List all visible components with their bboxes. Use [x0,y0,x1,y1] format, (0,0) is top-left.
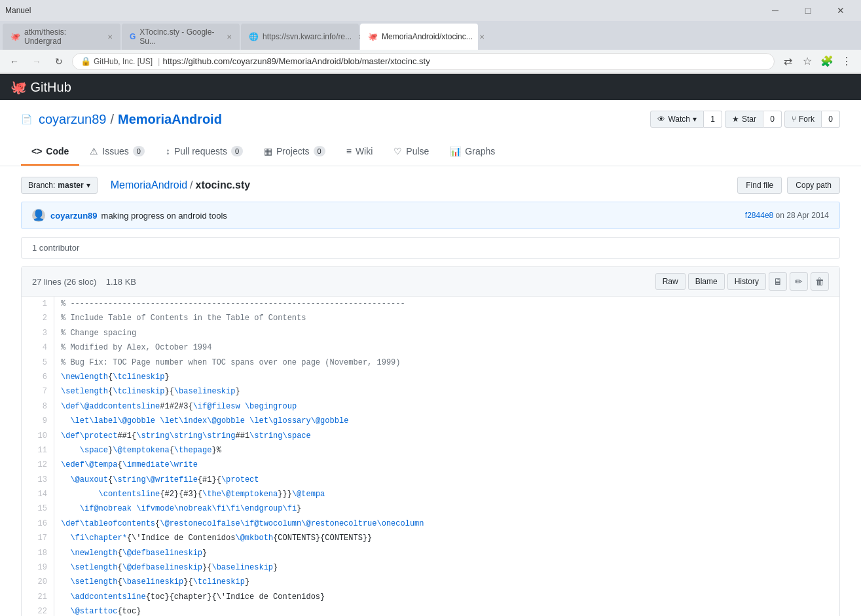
line-content: \def\@addcontentsline#1#2#3{\if@filesw \… [54,399,303,414]
line-number: 16 [22,516,54,531]
wiki-icon: ≡ [346,146,352,156]
repo-name[interactable]: MemoriaAndroid [118,112,222,127]
pr-icon: ↕ [166,146,170,156]
code-header: 27 lines (26 sloc) 1.18 KB Raw Blame His… [22,267,839,297]
delete-icon[interactable]: 🗑 [811,272,829,291]
code-line: 11 \space}\@temptokena{\thepage}% [22,443,839,458]
star-group: ★ Star 0 [725,111,782,128]
title-bar-user: Manuel [5,6,31,15]
code-line: 2% Include Table of Contents in the Tabl… [22,311,839,325]
tab-3[interactable]: 🌐 https://svn.kwarc.info/re... ✕ [241,24,359,50]
code-line: 6\newlength{\tclineskip} [22,370,839,384]
line-content: \newlength{\tclineskip} [54,370,176,384]
breadcrumb-repo[interactable]: MemoriaAndroid [111,179,187,191]
forward-button[interactable]: → [27,52,46,71]
branch-selector[interactable]: Branch: master ▾ [21,177,98,194]
line-content: % --------------------------------------… [54,297,412,311]
github-header: 🐙 GitHub [0,74,861,100]
code-line: 3% Change spacing [22,326,839,340]
commit-bar: 👤 coyarzun89 making progress on android … [21,202,840,229]
code-line: 13 \@auxout{\string\@writefile{#1}{\prot… [22,473,839,487]
line-number: 21 [22,590,54,604]
code-line: 9 \let\label\@gobble \let\index\@gobble … [22,414,839,428]
tab-4[interactable]: 🐙 MemoriaAndroid/xtocinc... ✕ [360,24,478,50]
line-content: \def\tableofcontents{\@restonecolfalse\i… [54,516,431,531]
code-line: 18 \newlength{\@defbaselineskip} [22,546,839,560]
line-number: 22 [22,604,54,616]
tab-2-favicon: G [130,32,136,41]
nav-pullrequests[interactable]: ↕ Pull requests 0 [155,138,253,166]
line-number: 9 [22,414,54,428]
translate-icon[interactable]: ⇄ [779,52,797,71]
tab-1-label: atkm/thesis: Undergrad [24,27,101,46]
tab-2-close[interactable]: ✕ [227,33,232,41]
repo-actions: 👁 Watch ▾ 1 ★ Star 0 ⑂ Fork 0 [650,111,840,128]
tab-2[interactable]: G XTocinc.sty - Google-Su... ✕ [122,24,240,50]
blame-button[interactable]: Blame [688,273,725,290]
nav-issues[interactable]: ⚠ Issues 0 [79,138,155,166]
line-number: 17 [22,531,54,545]
star-button[interactable]: ★ Star [725,111,763,128]
line-content: \setlength{\@defbaselineskip}{\baselines… [54,560,284,575]
nav-wiki[interactable]: ≡ Wiki [336,138,384,166]
extensions-icon[interactable]: 🧩 [818,52,836,71]
nav-graphs[interactable]: 📊 Graphs [439,138,505,166]
lock-icon: 🔒 [81,56,91,66]
line-content: \addcontentsline{toc}{chapter}{\'Indice … [54,590,331,604]
line-number: 12 [22,458,54,472]
commit-sha[interactable]: f2844e8 [745,211,773,220]
copy-path-button[interactable]: Copy path [787,177,840,194]
line-content: \space}\@temptokena{\thepage}% [54,443,228,458]
refresh-button[interactable]: ↻ [50,52,68,71]
line-content: \setlength{\tclineskip}{\baselineskip} [54,384,247,399]
fork-button[interactable]: ⑂ Fork [784,111,822,128]
desktop-icon[interactable]: 🖥 [769,272,787,291]
file-actions: Find file Copy path [737,177,840,194]
tab-1-close[interactable]: ✕ [107,33,113,41]
nav-pulse[interactable]: ♡ Pulse [383,138,439,166]
line-content: % Include Table of Contents in the Table… [54,311,312,325]
history-button[interactable]: History [727,273,766,290]
tab-4-close[interactable]: ✕ [479,33,485,41]
raw-button[interactable]: Raw [655,273,686,290]
code-line: 1% -------------------------------------… [22,297,839,311]
commit-author[interactable]: coyarzun89 [50,211,98,221]
line-number: 3 [22,326,54,340]
address-input[interactable]: 🔒 GitHub, Inc. [US] | https://github.com… [72,53,775,70]
minimize-button[interactable]: ─ [760,3,790,18]
line-content: % Modified by Alex, October 1994 [54,340,218,355]
watch-group: 👁 Watch ▾ 1 [650,111,722,128]
tab-3-favicon: 🌐 [249,32,259,41]
line-number: 7 [22,384,54,399]
pulse-icon: ♡ [394,146,402,156]
line-number: 19 [22,560,54,575]
code-line: 15 \if@nobreak \ifvmode\nobreak\fi\fi\en… [22,501,839,516]
restore-button[interactable]: □ [793,3,823,18]
back-button[interactable]: ← [5,52,24,71]
line-number: 20 [22,575,54,589]
edit-icon[interactable]: ✏ [790,272,808,291]
graphs-icon: 📊 [450,146,461,156]
code-line: 16\def\tableofcontents{\@restonecolfalse… [22,516,839,531]
commit-message: making progress on android tools [101,211,227,221]
nav-code[interactable]: <> Code [21,138,79,166]
tab-4-label: MemoriaAndroid/xtocinc... [382,32,473,41]
code-line: 5% Bug Fix: TOC Page number when TOC spa… [22,355,839,370]
nav-projects[interactable]: ▦ Projects 0 [253,138,336,166]
bookmark-icon[interactable]: ☆ [798,52,816,71]
site-name: GitHub, Inc. [US] [94,57,153,66]
find-file-button[interactable]: Find file [737,177,782,194]
close-button[interactable]: ✕ [826,3,856,18]
projects-icon: ▦ [264,146,272,156]
tab-1-favicon: 🐙 [10,32,20,41]
watch-button[interactable]: 👁 Watch ▾ [650,111,704,128]
tab-1[interactable]: 🐙 atkm/thesis: Undergrad ✕ [3,24,120,50]
repo-owner[interactable]: coyarzun89 [39,112,106,127]
line-content: \edef\@tempa{\immediate\write [54,458,204,472]
content-area: Branch: master ▾ MemoriaAndroid / xtocin… [0,166,861,616]
repo-icon: 📄 [21,114,32,124]
line-number: 1 [22,297,54,311]
issues-icon: ⚠ [90,146,98,156]
repo-nav: <> Code ⚠ Issues 0 ↕ Pull requests 0 ▦ P… [21,138,840,166]
menu-icon[interactable]: ⋮ [837,52,856,71]
